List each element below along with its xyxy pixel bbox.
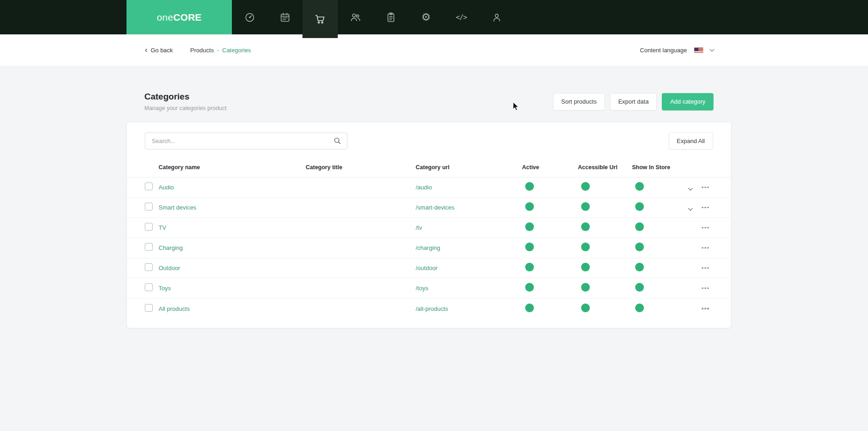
row-expand-chevron[interactable] [688,186,693,190]
row-checkbox[interactable] [145,263,153,271]
category-url-link[interactable]: /toys [416,285,522,292]
nav-tab-developer[interactable]: </> [444,0,479,34]
breadcrumb-products[interactable]: Products [190,47,214,54]
row-checkbox[interactable] [145,203,153,210]
content-language-label: Content language [640,47,687,54]
category-name-link[interactable]: Audio [159,184,306,191]
table-row: Charging /charging [127,238,731,258]
nav-tab-products[interactable] [302,0,338,38]
breadcrumb: Products - Categories [190,47,251,54]
accessible-url-status-dot [581,222,590,231]
search-box [145,133,347,149]
nav-tab-account[interactable] [479,0,514,34]
accessible-url-status-dot [581,182,590,191]
nav-tab-calendar[interactable] [267,0,302,34]
active-status-dot [525,182,534,191]
table-body: Audio /audio Smart devices /smart-device… [127,177,731,319]
category-url-link[interactable]: /tv [416,224,522,231]
category-name-link[interactable]: Charging [159,244,306,251]
table-row: Smart devices /smart-devices [127,198,731,218]
col-show-in-store: Show In Store [632,164,689,171]
row-menu-button[interactable] [702,227,720,229]
category-name-link[interactable]: All products [159,305,306,312]
table-header-row: Category name Category title Category ur… [127,157,731,177]
brand-logo[interactable]: oneCORE [126,0,232,34]
show-in-store-status-dot [635,283,644,292]
orders-icon [385,12,396,23]
cart-icon [314,13,326,25]
row-menu-button[interactable] [702,207,720,209]
accessible-url-status-dot [581,202,590,211]
show-in-store-status-dot [635,263,644,271]
export-data-button[interactable]: Export data [610,93,657,111]
col-category-title: Category title [306,164,416,171]
col-active: Active [522,164,578,171]
category-name-link[interactable]: TV [159,224,306,231]
search-input[interactable] [145,133,347,149]
account-icon [491,12,502,23]
show-in-store-status-dot [635,222,644,231]
row-checkbox[interactable] [145,243,153,251]
col-accessible-url: Accessible Url [578,164,632,171]
page-subtitle: Manage your categories product [144,105,226,111]
row-menu-button[interactable] [702,267,720,269]
go-back-label: Go back [151,47,173,54]
row-menu-button[interactable] [702,287,720,289]
row-menu-button[interactable] [702,187,720,188]
accessible-url-status-dot [581,243,590,251]
active-status-dot [525,243,534,251]
category-name-link[interactable]: Smart devices [159,204,306,211]
nav-tab-dashboard[interactable] [232,0,267,34]
row-expand-chevron[interactable] [688,206,693,210]
go-back-button[interactable]: ‹ Go back [145,47,173,54]
code-icon: </> [456,13,467,22]
table-row: Outdoor /outdoor [127,258,731,278]
page-header: Categories Manage your categories produc… [126,92,731,111]
category-url-link[interactable]: /audio [416,184,522,191]
categories-table: Category name Category title Category ur… [127,157,731,319]
col-category-url: Category url [416,164,522,171]
nav-tab-settings[interactable]: ⚙ [408,0,444,34]
category-url-link[interactable]: /outdoor [416,265,522,271]
add-category-button[interactable]: Add category [662,93,714,111]
row-checkbox[interactable] [145,304,153,312]
show-in-store-status-dot [635,202,644,211]
chevron-down-icon [710,47,714,52]
nav-tab-customers[interactable] [338,0,373,34]
expand-all-button[interactable]: Expand All [669,132,713,149]
page-title: Categories [144,92,226,102]
us-flag-icon [694,47,703,53]
row-menu-button[interactable] [702,247,720,249]
row-checkbox[interactable] [145,283,153,291]
row-checkbox[interactable] [145,182,153,190]
table-row: All products /all-products [127,298,731,319]
active-status-dot [525,222,534,231]
row-menu-button[interactable] [702,308,720,309]
content-language-selector[interactable]: Content language [640,47,714,54]
page-title-block: Categories Manage your categories produc… [144,92,226,111]
category-name-link[interactable]: Toys [159,285,306,292]
accessible-url-status-dot [581,283,590,292]
main-content: Categories Manage your categories produc… [126,92,731,328]
show-in-store-status-dot [635,182,644,191]
row-checkbox[interactable] [145,223,153,231]
active-status-dot [525,304,534,312]
gear-icon: ⚙ [421,12,431,22]
nav-tab-orders[interactable] [373,0,408,34]
calendar-icon [280,12,291,23]
category-url-link[interactable]: /charging [416,244,522,251]
search-icon[interactable] [333,137,341,145]
brand-prefix: one [157,12,173,23]
breadcrumb-bar: ‹ Go back Products - Categories Content … [0,34,868,66]
sort-products-button[interactable]: Sort products [553,93,605,111]
category-name-link[interactable]: Outdoor [159,265,306,271]
page-actions: Sort products Export data Add category [553,93,714,111]
navbar-spacer [0,0,126,34]
brand-suffix: CORE [173,12,202,23]
show-in-store-status-dot [635,304,644,312]
show-in-store-status-dot [635,243,644,251]
card-toolbar: Expand All [127,132,731,149]
category-url-link[interactable]: /smart-devices [416,204,522,211]
users-icon [350,11,361,23]
category-url-link[interactable]: /all-products [416,305,522,312]
